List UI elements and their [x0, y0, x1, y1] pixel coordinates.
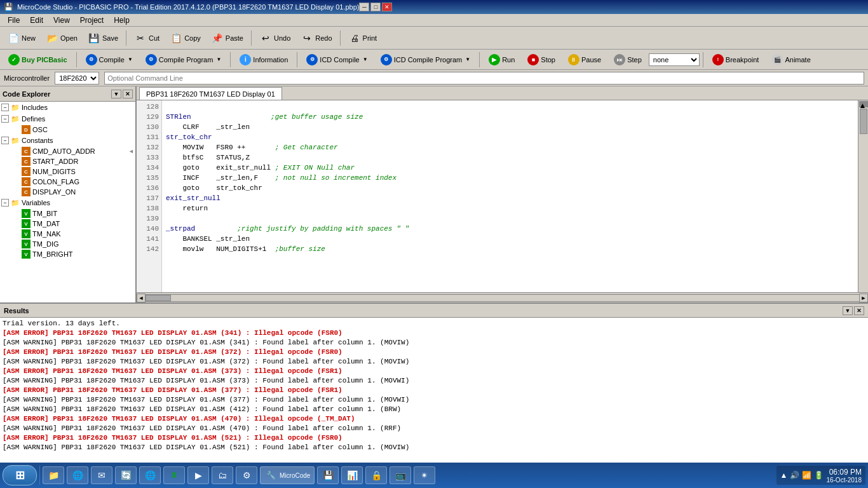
email-icon: ✉	[95, 469, 108, 482]
tab-main[interactable]: PBP31 18F2620 TM1637 LED Display 01	[139, 87, 282, 100]
breakpoint-button[interactable]: ! Breakpoint	[707, 51, 765, 68]
new-label: New	[22, 34, 36, 42]
constants-expander[interactable]: −	[1, 137, 9, 144]
tree-item-constants[interactable]: − 📁 Constants	[0, 135, 135, 146]
includes-expander[interactable]: −	[1, 104, 9, 111]
toolbar2: ✓ Buy PICBasic ⚙ Compile ▼ ⚙ Compile Pro…	[0, 50, 868, 70]
tray-battery-icon[interactable]: 🔋	[814, 471, 824, 480]
animate-button[interactable]: 🎬 Animate	[766, 51, 816, 68]
tree-item-tm-dig[interactable]: V TM_DIG	[0, 239, 135, 249]
tree-item-colon-flag[interactable]: C COLON_FLAG	[0, 177, 135, 187]
close-button[interactable]: ✕	[382, 3, 392, 11]
menu-view[interactable]: View	[48, 15, 75, 26]
copy-button[interactable]: 📋 Copy	[165, 29, 205, 47]
tree-item-cmd-auto-addr[interactable]: C CMD_AUTO_ADDR ◄	[0, 146, 135, 156]
menu-edit[interactable]: Edit	[25, 15, 48, 26]
tray-arrow-icon[interactable]: ▲	[780, 471, 788, 480]
tree-item-variables[interactable]: − 📁 Variables	[0, 197, 135, 208]
taskbar-email[interactable]: ✉	[91, 466, 112, 484]
run-button[interactable]: ▶ Run	[483, 51, 520, 68]
open-button[interactable]: 📂 Open	[41, 29, 82, 47]
optional-command-line-input[interactable]	[104, 72, 864, 85]
tree-item-tm-dat[interactable]: V TM_DAT	[0, 219, 135, 229]
code-editor[interactable]: STRlen ;get buffer usage size CLRF _str_…	[162, 100, 858, 292]
undo-button[interactable]: ↩ Undo	[255, 29, 295, 47]
tree-item-tm-bright[interactable]: V TM_BRIGHT	[0, 249, 135, 259]
scroll-thumb[interactable]	[860, 109, 867, 134]
taskbar-app6[interactable]: ✴	[414, 466, 435, 484]
results-dropdown-button[interactable]: ▼	[843, 306, 853, 315]
paste-button[interactable]: 📌 Paste	[207, 29, 248, 47]
save-button[interactable]: 💾 Save	[83, 29, 123, 47]
stop-button[interactable]: ■ Stop	[522, 51, 561, 68]
compile-program-button[interactable]: ⚙ Compile Program ▼	[140, 51, 227, 68]
defines-expander[interactable]: −	[1, 115, 9, 123]
horizontal-scrollbar[interactable]: ◄ ►	[137, 292, 868, 302]
maximize-button[interactable]: □	[370, 3, 381, 11]
compile-button[interactable]: ⚙ Compile ▼	[80, 51, 139, 68]
taskbar-chip[interactable]: 💾	[317, 466, 339, 484]
pause-button[interactable]: ⏸ Pause	[562, 51, 607, 68]
tree-item-includes[interactable]: − 📁 Includes	[0, 102, 135, 113]
tree-item-tm-nak[interactable]: V TM_NAK	[0, 229, 135, 239]
code-explorer-close-button[interactable]: ✕	[123, 90, 133, 98]
redo-button[interactable]: ↪ Redo	[296, 29, 336, 47]
open-label: Open	[60, 34, 78, 42]
scroll-left-arrow[interactable]: ◄	[137, 294, 146, 302]
scroll-up-arrow[interactable]: ▲	[859, 101, 868, 107]
hscroll-track[interactable]	[146, 294, 859, 302]
new-button[interactable]: 📄 New	[3, 29, 40, 47]
code-explorer-dropdown-button[interactable]: ▼	[111, 90, 121, 98]
cut-button[interactable]: ✂ Cut	[130, 29, 164, 47]
results-panel: Results ▼ ✕ Trial version. 13 days left.…	[0, 302, 868, 480]
taskbar-app3[interactable]: 📊	[341, 466, 363, 484]
cmd-auto-addr-label: CMD_AUTO_ADDR	[32, 147, 95, 155]
tray-volume-icon[interactable]: 🔊	[790, 471, 799, 480]
start-button[interactable]: ⊞	[3, 465, 37, 485]
taskbar-explorer[interactable]: 📁	[43, 466, 64, 484]
tmdig-icon: V	[22, 240, 31, 248]
taskbar-app5[interactable]: 📺	[390, 466, 411, 484]
system-tray: ▲ 🔊 📶 🔋 06:09 PM 16-Oct-2018	[776, 466, 865, 485]
tree-item-defines[interactable]: − 📁 Defines	[0, 113, 135, 125]
tree-item-start-addr[interactable]: C START_ADDR	[0, 156, 135, 166]
taskbar-chrome[interactable]: 🌐	[67, 466, 88, 484]
tree-item-osc[interactable]: D OSC	[0, 125, 135, 135]
taskbar-windows-update[interactable]: 🔄	[115, 466, 137, 484]
taskbar-excel[interactable]: X	[163, 466, 185, 484]
step-button[interactable]: ⏭ Step	[608, 51, 648, 68]
tree-item-display-on[interactable]: C DISPLAY_ON	[0, 187, 135, 197]
sep3	[340, 30, 341, 46]
hscroll-thumb[interactable]	[146, 295, 171, 301]
buy-picbasic-button[interactable]: ✓ Buy PICBasic	[3, 51, 73, 68]
mc-select[interactable]: 18F2620	[55, 72, 99, 85]
system-time[interactable]: 06:09 PM 16-Oct-2018	[826, 468, 862, 484]
icd-compile-button[interactable]: ⚙ ICD Compile ▼	[301, 51, 373, 68]
menu-file[interactable]: File	[3, 15, 25, 26]
tree-item-tm-bit[interactable]: V TM_BIT	[0, 208, 135, 219]
icd-compile-program-button[interactable]: ⚙ ICD Compile Program ▼	[375, 51, 477, 68]
taskbar-ie[interactable]: 🌐	[139, 466, 161, 484]
results-content[interactable]: Trial version. 13 days left. [ASM ERROR]…	[0, 318, 868, 480]
taskbar-files2[interactable]: 🗂	[212, 466, 233, 484]
code-vertical-scrollbar[interactable]: ▲	[858, 100, 868, 292]
taskbar-app2[interactable]: ⚙	[236, 466, 257, 484]
taskbar-media[interactable]: ▶	[187, 466, 209, 484]
menu-help[interactable]: Help	[109, 15, 135, 26]
scroll-right-arrow[interactable]: ►	[859, 294, 868, 302]
results-close-button[interactable]: ✕	[854, 306, 864, 315]
tray-network-icon[interactable]: 📶	[802, 471, 811, 480]
microcode-label: MicroCode	[280, 472, 310, 479]
taskbar-app4[interactable]: 🔒	[365, 466, 387, 484]
menu-project[interactable]: Project	[75, 15, 109, 26]
variables-expander[interactable]: −	[1, 199, 9, 207]
code-line-140: _strpad ;right justify by padding with s…	[166, 224, 854, 234]
code-explorer-tree: − 📁 Includes − 📁 Defines D OSC − 📁 C	[0, 102, 135, 302]
code-content[interactable]: 128 129 130 131 132 133 134 135 136 137 …	[137, 100, 868, 292]
tree-item-num-digits[interactable]: C NUM_DIGITS	[0, 166, 135, 177]
print-button[interactable]: 🖨 Print	[344, 29, 382, 47]
information-button[interactable]: i Information	[234, 51, 294, 68]
none-dropdown[interactable]: none	[649, 53, 700, 66]
taskbar-microcode[interactable]: 🔧 MicroCode	[260, 466, 315, 484]
minimize-button[interactable]: ─	[359, 3, 369, 11]
